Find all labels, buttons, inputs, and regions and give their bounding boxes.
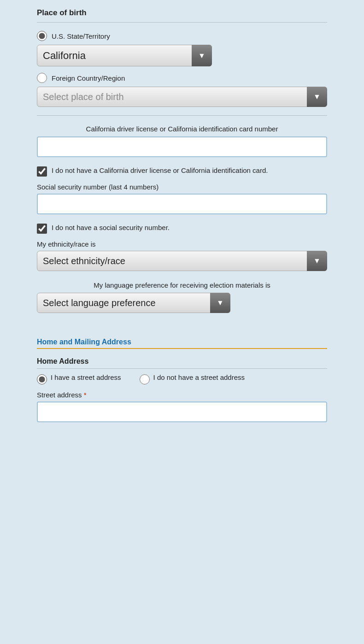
us-state-radio-row: U.S. State/Territory <box>37 31 327 41</box>
foreign-place-dropdown-wrapper: Select place of birth <box>37 87 327 107</box>
street-address-input[interactable] <box>37 402 327 422</box>
no-ssn-checkbox-row: I do not have a social security number. <box>37 223 327 234</box>
dl-input[interactable] <box>37 136 327 157</box>
no-dl-checkbox-row: I do not have a California driver licens… <box>37 165 327 177</box>
us-state-radio-label: U.S. State/Territory <box>52 32 110 40</box>
us-state-select[interactable]: California <box>37 45 212 66</box>
no-ssn-checkbox-label: I do not have a social security number. <box>52 223 170 232</box>
has-street-option: I have a street address <box>37 373 121 384</box>
us-state-radio[interactable] <box>37 31 47 41</box>
ethnicity-select[interactable]: Select ethnicity/race <box>37 251 327 271</box>
no-street-label: I do not have a street address <box>153 373 245 381</box>
place-of-birth-title: Place of birth <box>37 0 327 23</box>
language-dropdown-wrapper: Select language preference <box>37 293 230 313</box>
ssn-input[interactable] <box>37 194 327 214</box>
street-label-text: Street address <box>37 391 82 399</box>
no-street-radio[interactable] <box>140 374 150 384</box>
no-street-option: I do not have a street address <box>140 373 245 384</box>
foreign-place-select[interactable]: Select place of birth <box>37 87 327 107</box>
required-star: * <box>84 391 87 399</box>
street-field-label: Street address * <box>37 391 327 399</box>
home-address-divider <box>37 348 327 349</box>
foreign-country-radio-row: Foreign Country/Region <box>37 73 327 83</box>
dl-field-label: California driver license or California … <box>37 124 327 134</box>
language-pref-label: My language preference for receiving ele… <box>37 280 327 290</box>
has-street-radio[interactable] <box>37 374 47 384</box>
no-dl-checkbox-label: I do not have a California driver licens… <box>52 165 268 175</box>
ssn-field-label: Social security number (last 4 numbers) <box>37 183 327 191</box>
street-address-radio-row: I have a street address I do not have a … <box>37 373 327 384</box>
state-dropdown-wrapper: California <box>37 45 212 66</box>
language-select[interactable]: Select language preference <box>37 293 230 313</box>
foreign-country-radio-label: Foreign Country/Region <box>52 74 125 82</box>
foreign-country-radio[interactable] <box>37 73 47 83</box>
home-mailing-address-title: Home and Mailing Address <box>37 330 327 346</box>
home-address-subtitle: Home Address <box>37 357 327 369</box>
ethnicity-field-label: My ethnicity/race is <box>37 240 327 248</box>
section-divider <box>37 115 327 116</box>
no-dl-checkbox[interactable] <box>37 166 47 177</box>
has-street-label: I have a street address <box>51 373 121 381</box>
no-ssn-checkbox[interactable] <box>37 224 47 234</box>
ethnicity-dropdown-wrapper: Select ethnicity/race <box>37 251 327 271</box>
